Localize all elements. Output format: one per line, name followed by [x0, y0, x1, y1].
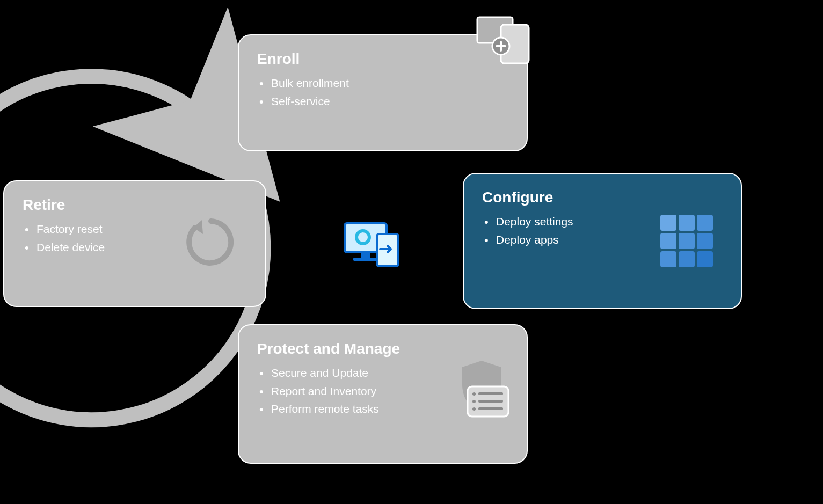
configure-title: Configure	[482, 189, 723, 206]
svg-rect-5	[478, 392, 503, 395]
svg-point-4	[472, 392, 476, 396]
configure-card: Configure Deploy settings Deploy apps	[463, 173, 742, 309]
protect-title: Protect and Manage	[257, 340, 508, 357]
svg-rect-12	[353, 258, 378, 261]
device-management-icon	[339, 219, 404, 271]
devices-add-icon	[473, 14, 532, 73]
enroll-item: Bulk enrollment	[259, 74, 508, 92]
enroll-items: Bulk enrollment Self-service	[257, 74, 508, 110]
grid-apps-icon	[660, 215, 719, 274]
retire-title: Retire	[23, 196, 247, 214]
svg-point-6	[472, 400, 476, 403]
enroll-title: Enroll	[257, 50, 508, 68]
shield-list-icon	[449, 357, 508, 417]
enroll-item: Self-service	[259, 92, 508, 111]
reset-cycle-icon	[181, 213, 241, 272]
protect-card: Protect and Manage Secure and Update Rep…	[238, 324, 528, 464]
svg-rect-9	[478, 407, 503, 410]
svg-rect-11	[361, 252, 370, 258]
svg-rect-7	[478, 400, 503, 403]
retire-card: Retire Factory reset Delete device	[3, 180, 266, 307]
enroll-card: Enroll Bulk enrollment Self-service	[238, 34, 528, 151]
svg-point-8	[472, 407, 476, 411]
